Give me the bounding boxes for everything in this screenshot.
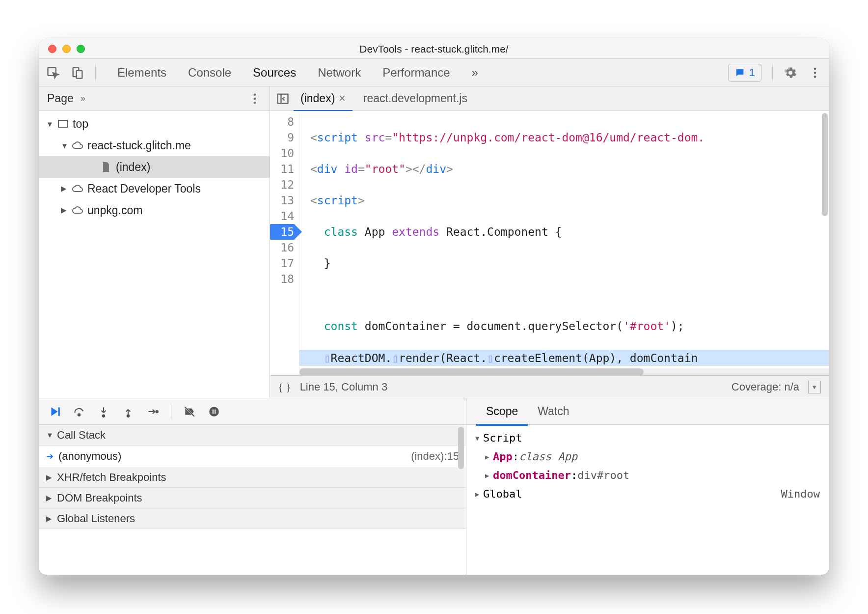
chevron-right-icon: ▶ [485,466,493,485]
settings-gear-icon[interactable] [784,66,797,80]
svg-rect-2 [77,70,82,78]
cloud-icon [72,204,83,216]
issues-badge[interactable]: 1 [728,64,761,82]
breakpoint-marker-icon: ▯ [487,352,494,364]
section-title: XHR/fetch Breakpoints [57,471,166,484]
line-number: 16 [270,240,294,255]
line-number: 11 [270,161,294,177]
svg-rect-22 [215,409,216,414]
svg-point-15 [103,415,105,417]
scope-var-app[interactable]: ▶App: class App [475,447,820,466]
vertical-scrollbar[interactable] [458,427,464,469]
chevron-right-icon: ▶ [61,206,68,215]
code-content[interactable]: <script src="https://unpkg.com/react-dom… [299,111,829,375]
scope-label: Script [483,429,522,447]
resume-icon[interactable] [48,405,61,418]
line-gutter[interactable]: 8 9 10 11 12 13 14 15 16 17 18 [270,111,299,375]
kebab-menu-icon[interactable] [808,66,822,80]
tree-top[interactable]: ▼ top [39,113,270,135]
tree-label: (index) [116,161,150,174]
svg-point-16 [127,415,129,417]
tree-label: top [73,117,88,131]
navigator-overflow[interactable]: » [81,93,85,104]
code-editor[interactable]: 8 9 10 11 12 13 14 15 16 17 18 <script s… [270,111,829,375]
callstack-header[interactable]: ▼ Call Stack [39,425,466,446]
frame-location: (index):15 [411,450,459,463]
chevron-down-icon: ▼ [475,429,483,447]
line-number: 18 [270,271,294,287]
callstack-frame[interactable]: ➔ (anonymous) (index):15 [39,446,466,467]
section-title: Global Listeners [57,512,135,525]
tab-performance[interactable]: Performance [372,59,461,86]
chevron-right-icon: ▶ [475,485,483,503]
pause-on-exceptions-icon[interactable] [208,405,220,418]
section-title: Call Stack [57,429,106,442]
scope-script[interactable]: ▼Script [475,429,820,447]
chevron-down-icon: ▼ [46,120,53,128]
frame-name: (anonymous) [58,450,121,463]
current-frame-icon: ➔ [46,451,54,462]
coverage-label: Coverage: n/a [732,381,799,393]
chevron-down-icon: ▼ [46,431,53,439]
close-window-button[interactable] [48,45,56,53]
window-titlebar: DevTools - react-stuck.glitch.me/ [39,39,829,59]
step-out-icon[interactable] [122,405,135,418]
global-listeners-header[interactable]: ▶Global Listeners [39,508,466,529]
svg-point-3 [789,71,792,74]
tabs-overflow[interactable]: » [461,59,489,86]
scope-global[interactable]: ▶GlobalWindow [475,485,820,503]
tab-sources[interactable]: Sources [242,59,307,88]
xhr-breakpoints-header[interactable]: ▶XHR/fetch Breakpoints [39,467,466,488]
separator [171,404,171,419]
navigator-title[interactable]: Page [47,92,74,105]
tab-watch[interactable]: Watch [528,399,579,424]
file-tab-react-dev[interactable]: react.development.js [356,87,474,110]
deactivate-breakpoints-icon[interactable] [183,405,196,418]
tree-label: unpkg.com [87,204,143,217]
pretty-print-icon[interactable]: { } [278,381,291,393]
dom-breakpoints-header[interactable]: ▶DOM Breakpoints [39,488,466,508]
scope-val: div#root [577,466,629,485]
tab-scope[interactable]: Scope [476,399,528,426]
tab-elements[interactable]: Elements [107,59,177,86]
horizontal-scrollbar[interactable] [299,368,829,375]
issues-count: 1 [749,66,755,79]
line-number: 8 [270,114,294,130]
scope-val: Window [781,485,820,503]
line-number: 17 [270,255,294,271]
svg-rect-13 [58,407,60,416]
svg-point-5 [814,71,816,74]
file-icon [100,161,112,173]
inspect-element-icon[interactable] [46,66,60,80]
scrollbar-thumb[interactable] [299,368,644,375]
svg-point-8 [254,97,256,100]
svg-point-4 [814,67,816,70]
file-tab-index[interactable]: (index) × [294,87,353,112]
svg-rect-21 [213,409,214,414]
maximize-window-button[interactable] [77,45,85,53]
svg-point-7 [254,93,256,96]
vertical-scrollbar[interactable] [822,113,828,216]
device-toggle-icon[interactable] [71,66,84,80]
close-icon[interactable]: × [339,92,345,105]
tree-react-devtools[interactable]: ▶ React Developer Tools [39,178,270,199]
tab-network[interactable]: Network [307,59,372,86]
editor-area: (index) × react.development.js 8 9 10 11… [270,86,829,398]
line-number: 10 [270,145,294,161]
separator [95,64,96,81]
scope-var-domcontainer[interactable]: ▶domContainer: div#root [475,466,820,485]
step-icon[interactable] [146,405,159,418]
line-number: 14 [270,208,294,224]
tree-origin[interactable]: ▼ react-stuck.glitch.me [39,135,270,156]
step-over-icon[interactable] [73,405,85,418]
step-into-icon[interactable] [97,405,110,418]
kebab-menu-icon[interactable] [248,92,262,106]
minimize-window-button[interactable] [62,45,71,53]
tree-file-index[interactable]: (index) [39,156,270,178]
scope-body: ▼Script ▶App: class App ▶domContainer: d… [466,425,829,575]
traffic-lights [39,45,85,53]
show-console-icon[interactable]: ▾ [808,381,821,393]
tree-unpkg[interactable]: ▶ unpkg.com [39,199,270,221]
toggle-navigator-icon[interactable] [276,92,290,106]
tab-console[interactable]: Console [177,59,242,86]
